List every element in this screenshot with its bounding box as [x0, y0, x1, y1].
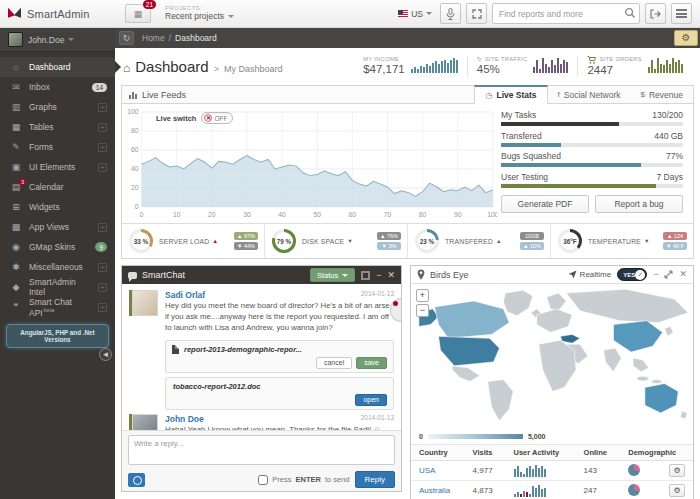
- reply-button[interactable]: Reply: [355, 471, 395, 488]
- sidebar-item-smart-chat-api[interactable]: ❞Smart Chat APIbeta+: [0, 297, 115, 317]
- activity-button[interactable]: ▦ 21: [125, 4, 151, 23]
- country-link[interactable]: Australia: [419, 486, 450, 495]
- minify-sidebar-button[interactable]: ◄: [99, 348, 112, 361]
- camera-button[interactable]: [128, 473, 145, 487]
- versions-button[interactable]: AngularJS, PHP and .Net Versions: [6, 324, 109, 348]
- progress-my-tasks: My Tasks130/200: [501, 110, 683, 126]
- sidebar-item-label: UI Elements: [29, 162, 75, 172]
- generate-pdf-button[interactable]: Generate PDF: [501, 195, 589, 213]
- sidebar-nav: ⌂Dashboard ✉Inbox14 ▥Graphs+ ▦Tables+ ✎F…: [0, 52, 115, 317]
- reply-input[interactable]: [128, 435, 395, 465]
- gauge-value: 33 %: [128, 228, 154, 254]
- top-header: SmartAdmin ▦ 21 PROJECTS: Recent project…: [0, 0, 700, 28]
- language-dropdown[interactable]: US: [398, 9, 432, 19]
- tab-social-network[interactable]: fSocial Network: [548, 85, 631, 104]
- sidebar-item-calendar[interactable]: ▤3Calendar: [0, 177, 115, 197]
- expand-icon[interactable]: +: [98, 143, 107, 152]
- facebook-icon: f: [558, 90, 560, 99]
- enter-to-send-checkbox[interactable]: [258, 475, 268, 485]
- search-icon[interactable]: [624, 7, 636, 21]
- ribbon: ↻ Home / Dashboard ⚙: [115, 28, 700, 48]
- live-switch-toggle[interactable]: ✕OFF: [201, 112, 233, 124]
- close-widget-icon[interactable]: ✕: [679, 270, 687, 279]
- breadcrumb-home[interactable]: Home: [142, 33, 165, 43]
- visits-value: 4,873: [465, 481, 506, 499]
- sidebar-item-label: App Views: [29, 222, 69, 232]
- collapse-widget-icon[interactable]: −: [376, 271, 381, 280]
- dollar-icon: $: [641, 90, 645, 99]
- voice-command-button[interactable]: [440, 3, 461, 24]
- row-settings-button[interactable]: ⚙: [669, 484, 685, 497]
- logout-button[interactable]: [645, 3, 666, 24]
- expand-icon[interactable]: +: [98, 303, 107, 312]
- search-input[interactable]: [492, 3, 640, 24]
- close-widget-icon[interactable]: ✕: [387, 271, 395, 280]
- sidebar-item-forms[interactable]: ✎Forms+: [0, 137, 115, 157]
- message-author[interactable]: Sadi Orlaf: [165, 290, 205, 300]
- user-menu[interactable]: John.Doe: [0, 28, 115, 52]
- map-zoom-in-button[interactable]: +: [416, 289, 429, 302]
- widget-title: Birds Eye: [430, 270, 469, 280]
- expand-icon[interactable]: +: [98, 123, 107, 132]
- sidebar-item-ui-elements[interactable]: ▣UI Elements+: [0, 157, 115, 177]
- stat-my-income: MY INCOME $47,171: [354, 56, 467, 75]
- cart-icon: [587, 56, 596, 64]
- visits-value: 4,977: [465, 461, 506, 481]
- projects-dropdown[interactable]: PROJECTS: Recent projects: [165, 5, 234, 22]
- expand-icon[interactable]: +: [98, 263, 107, 272]
- sidebar-item-tables[interactable]: ▦Tables+: [0, 117, 115, 137]
- sidebar-item-graphs[interactable]: ▥Graphs+: [0, 97, 115, 117]
- message-text: Hey did you meet the new board of direct…: [165, 301, 394, 334]
- message-author[interactable]: John Doe: [165, 414, 204, 424]
- open-button[interactable]: open: [355, 394, 387, 406]
- report-bug-button[interactable]: Report a bug: [595, 195, 683, 213]
- progress-bugs-squashed: Bugs Squashed77%: [501, 151, 683, 167]
- enter-hint-post: to send: [325, 475, 350, 484]
- birds-eye-header: Birds Eye Realtime YES ✓ − ✕: [411, 266, 693, 284]
- sidebar-item-gmap-skins[interactable]: ◉GMap Skins9: [0, 237, 115, 257]
- expand-icon[interactable]: +: [98, 163, 107, 172]
- table-icon: ▦: [10, 122, 22, 132]
- gauge-label: TRANSFERED: [445, 238, 493, 245]
- realtime-toggle[interactable]: YES ✓: [617, 268, 647, 281]
- sidebar-item-inbox[interactable]: ✉Inbox14: [0, 77, 115, 97]
- sidebar-item-widgets[interactable]: ⊞Widgets: [0, 197, 115, 217]
- expand-icon[interactable]: +: [98, 223, 107, 232]
- countries-table: Country Visits User Activity Online Demo…: [411, 444, 693, 499]
- map-zoom-out-button[interactable]: −: [416, 304, 429, 317]
- tab-live-stats[interactable]: ◷Live Stats: [474, 85, 547, 104]
- country-link[interactable]: USA: [419, 466, 435, 475]
- avatar: [8, 32, 23, 47]
- fullscreen-button[interactable]: [466, 3, 487, 24]
- gauge-transfered: 23 % TRANSFERED▲ 10GB ▲ 10%: [408, 224, 551, 258]
- user-activity-sparkline: [514, 465, 568, 477]
- chevron-down-icon: [228, 15, 234, 18]
- cancel-button[interactable]: cancel: [316, 357, 352, 369]
- avatar: [132, 414, 158, 430]
- layout-settings-button[interactable]: ⚙: [674, 30, 698, 46]
- gauge-label: TEMPERATURE: [588, 238, 641, 245]
- tab-label: Social Network: [564, 90, 621, 100]
- progress-value: 77%: [666, 151, 683, 161]
- tab-revenue[interactable]: $Revenue: [631, 85, 693, 104]
- collapse-widget-icon[interactable]: −: [653, 270, 658, 279]
- menu-button[interactable]: [671, 3, 692, 24]
- logo[interactable]: SmartAdmin: [0, 7, 115, 21]
- status-dropdown[interactable]: Status: [310, 268, 355, 282]
- smartadmin-app: SmartAdmin ▦ 21 PROJECTS: Recent project…: [0, 0, 700, 499]
- widget-title: Live Feeds: [142, 90, 186, 100]
- sidebar-item-smartadmin-intel[interactable]: ◆SmartAdmin Intel+: [0, 277, 115, 297]
- world-map[interactable]: + −: [411, 284, 693, 429]
- sidebar-item-miscellaneous[interactable]: ✱Miscellaneous+: [0, 257, 115, 277]
- reset-widgets-button[interactable]: ↻: [119, 31, 134, 45]
- fullscreen-widget-icon[interactable]: [361, 271, 370, 280]
- expand-icon[interactable]: +: [98, 103, 107, 112]
- row-settings-button[interactable]: ⚙: [669, 464, 685, 477]
- save-button[interactable]: save: [356, 357, 387, 369]
- chevron-down-icon: [68, 38, 74, 41]
- expand-widget-icon[interactable]: [664, 270, 673, 279]
- breadcrumb[interactable]: Home / Dashboard: [142, 33, 217, 43]
- sidebar-item-app-views[interactable]: ▩App Views+: [0, 217, 115, 237]
- sidebar-item-dashboard[interactable]: ⌂Dashboard: [0, 57, 115, 77]
- expand-icon[interactable]: +: [98, 283, 107, 292]
